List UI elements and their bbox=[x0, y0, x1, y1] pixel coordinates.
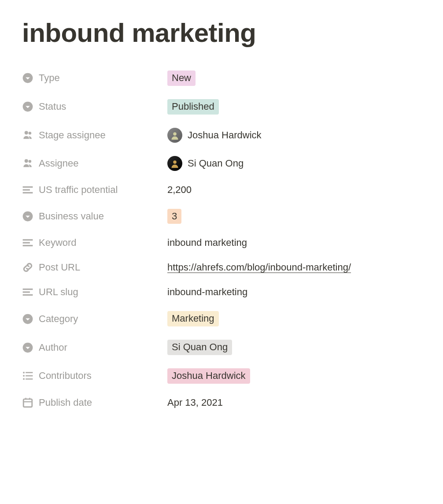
property-value-author[interactable]: Si Quan Ong bbox=[167, 340, 232, 355]
tag-category: Marketing bbox=[167, 311, 219, 326]
property-value-keyword[interactable]: inbound marketing bbox=[167, 237, 247, 248]
property-label: Category bbox=[22, 313, 167, 325]
svg-rect-10 bbox=[23, 245, 33, 246]
property-row-author[interactable]: Author Si Quan Ong bbox=[22, 333, 421, 362]
avatar bbox=[167, 156, 182, 171]
property-label-text: Keyword bbox=[39, 237, 77, 248]
property-row-status[interactable]: Status Published bbox=[22, 93, 421, 121]
property-label: Publish date bbox=[22, 397, 167, 408]
svg-rect-11 bbox=[23, 289, 33, 290]
person-name: Joshua Hardwick bbox=[188, 130, 262, 141]
svg-point-16 bbox=[23, 372, 25, 374]
property-label: Stage assignee bbox=[22, 130, 167, 141]
svg-point-3 bbox=[173, 160, 177, 164]
svg-rect-24 bbox=[25, 397, 26, 400]
property-label: Assignee bbox=[22, 158, 167, 169]
property-row-keyword[interactable]: Keyword inbound marketing bbox=[22, 230, 421, 255]
property-label-text: Business value bbox=[39, 211, 104, 222]
select-icon bbox=[22, 101, 33, 112]
property-value-status[interactable]: Published bbox=[167, 99, 219, 115]
property-label: US traffic potential bbox=[22, 184, 167, 196]
property-label-text: Publish date bbox=[39, 397, 92, 408]
property-row-business-value[interactable]: Business value 3 bbox=[22, 202, 421, 231]
property-value-business-value[interactable]: 3 bbox=[167, 209, 181, 224]
property-label-text: Stage assignee bbox=[39, 130, 106, 141]
svg-rect-8 bbox=[23, 239, 33, 241]
property-row-type[interactable]: Type New bbox=[22, 64, 421, 93]
svg-rect-17 bbox=[26, 372, 33, 374]
property-value-stage-assignee[interactable]: Joshua Hardwick bbox=[167, 128, 262, 143]
select-icon bbox=[22, 72, 33, 84]
property-row-publish-date[interactable]: Publish date Apr 13, 2021 bbox=[22, 390, 421, 415]
property-row-url-slug[interactable]: URL slug inbound-marketing bbox=[22, 280, 421, 304]
property-value-us-traffic-potential[interactable]: 2,200 bbox=[167, 184, 192, 196]
property-label: Keyword bbox=[22, 237, 167, 248]
property-value-assignee[interactable]: Si Quan Ong bbox=[167, 156, 244, 171]
property-label-text: Post URL bbox=[39, 262, 80, 273]
svg-point-20 bbox=[23, 378, 25, 380]
property-row-category[interactable]: Category Marketing bbox=[22, 304, 421, 333]
property-value-post-url[interactable]: https://ahrefs.com/blog/inbound-marketin… bbox=[167, 262, 351, 273]
property-label: URL slug bbox=[22, 286, 167, 298]
property-label-text: URL slug bbox=[39, 286, 78, 298]
svg-point-2 bbox=[173, 132, 177, 136]
svg-rect-6 bbox=[23, 192, 33, 193]
property-label: Contributors bbox=[22, 370, 167, 382]
property-label-text: Assignee bbox=[39, 158, 79, 169]
people-icon bbox=[22, 130, 33, 141]
property-value-category[interactable]: Marketing bbox=[167, 311, 219, 326]
page-title[interactable]: inbound marketing bbox=[22, 18, 421, 48]
svg-rect-25 bbox=[29, 397, 30, 400]
property-label-text: Contributors bbox=[39, 370, 92, 382]
property-label: Business value bbox=[22, 211, 167, 222]
property-label: Author bbox=[22, 342, 167, 353]
svg-rect-22 bbox=[23, 399, 32, 407]
people-icon bbox=[22, 158, 33, 169]
svg-rect-5 bbox=[23, 189, 30, 190]
svg-rect-4 bbox=[23, 186, 33, 187]
select-icon bbox=[22, 313, 33, 325]
calendar-icon bbox=[22, 397, 33, 408]
tag-author: Si Quan Ong bbox=[167, 340, 232, 355]
url-link[interactable]: https://ahrefs.com/blog/inbound-marketin… bbox=[167, 262, 351, 273]
multi-select-icon bbox=[22, 370, 33, 382]
avatar bbox=[167, 128, 182, 143]
property-value-publish-date[interactable]: Apr 13, 2021 bbox=[167, 397, 223, 408]
property-row-assignee[interactable]: Assignee Si Quan Ong bbox=[22, 149, 421, 178]
property-row-contributors[interactable]: Contributors Joshua Hardwick bbox=[22, 362, 421, 390]
select-icon bbox=[22, 211, 33, 222]
text-icon bbox=[22, 237, 33, 248]
text-icon bbox=[22, 184, 33, 196]
property-label-text: Type bbox=[39, 72, 60, 84]
svg-rect-21 bbox=[26, 378, 33, 380]
property-label: Post URL bbox=[22, 262, 167, 273]
property-row-stage-assignee[interactable]: Stage assignee Joshua Hardwick bbox=[22, 121, 421, 149]
svg-rect-9 bbox=[23, 242, 30, 244]
property-label-text: Status bbox=[39, 101, 66, 112]
tag-status: Published bbox=[167, 99, 219, 115]
property-value-url-slug[interactable]: inbound-marketing bbox=[167, 286, 247, 298]
svg-point-18 bbox=[23, 375, 25, 377]
person-name: Si Quan Ong bbox=[188, 158, 244, 169]
property-row-post-url[interactable]: Post URL https://ahrefs.com/blog/inbound… bbox=[22, 255, 421, 280]
property-value-contributors[interactable]: Joshua Hardwick bbox=[167, 368, 250, 384]
svg-rect-13 bbox=[23, 294, 33, 296]
link-icon bbox=[22, 262, 33, 273]
svg-rect-19 bbox=[26, 375, 33, 377]
text-icon bbox=[22, 286, 33, 298]
property-value-type[interactable]: New bbox=[167, 70, 196, 86]
property-label-text: US traffic potential bbox=[39, 184, 118, 196]
tag-type: New bbox=[167, 70, 196, 86]
select-icon bbox=[22, 342, 33, 353]
svg-rect-23 bbox=[23, 401, 32, 402]
property-label: Status bbox=[22, 101, 167, 112]
property-label-text: Author bbox=[39, 342, 67, 353]
tag-contributor: Joshua Hardwick bbox=[167, 368, 250, 384]
property-row-us-traffic-potential[interactable]: US traffic potential 2,200 bbox=[22, 178, 421, 202]
tag-business-value: 3 bbox=[167, 209, 181, 224]
property-label-text: Category bbox=[39, 313, 78, 325]
property-label: Type bbox=[22, 72, 167, 84]
svg-rect-12 bbox=[23, 292, 30, 293]
